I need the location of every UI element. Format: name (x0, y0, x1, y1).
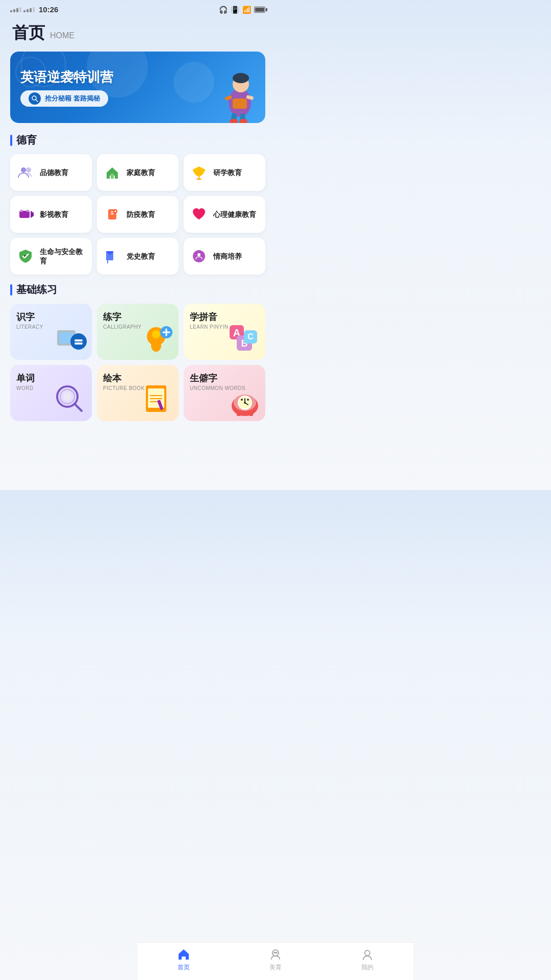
svg-line-1 (36, 100, 38, 102)
svg-point-38 (152, 330, 160, 338)
jichu-section-title: 基础练习 (10, 283, 265, 297)
banner[interactable]: 英语逆袭特训营 抢分秘籍 套路揭秘 (10, 52, 265, 123)
svg-rect-29 (107, 260, 108, 263)
wifi-icon: 📶 (242, 6, 251, 14)
svg-rect-14 (111, 174, 114, 179)
deyu-item-icon (103, 247, 121, 265)
card-img-word (52, 381, 89, 418)
svg-rect-67 (249, 413, 253, 416)
page-header: 首页 HOME (0, 17, 276, 52)
section-bar-2 (10, 284, 12, 296)
svg-point-13 (26, 167, 31, 173)
time-display: 10:26 (39, 5, 58, 14)
card-img-calligraphy (139, 320, 176, 357)
section-bar (10, 135, 12, 146)
practice-card-uncommon[interactable]: 生僻字UNCOMMON WORDS (184, 365, 265, 421)
deyu-item-icon (190, 205, 208, 224)
deyu-item-icon (103, 163, 121, 182)
deyu-item-label: 品德教育 (40, 168, 68, 177)
signal-icon (10, 7, 21, 12)
deyu-item-label: 研学教育 (213, 168, 242, 177)
deyu-section: 德育 品德教育家庭教育研学教育影视教育防疫教育心理健康教育生命与安全教育党史教育… (0, 133, 276, 283)
deyu-item[interactable]: 品德教育 (10, 154, 92, 191)
deyu-item-icon (16, 247, 35, 265)
card-img-literacy (52, 320, 89, 357)
svg-rect-23 (111, 213, 114, 214)
banner-search-icon (29, 92, 41, 105)
svg-rect-35 (74, 339, 83, 341)
card-img-picbook (139, 381, 176, 418)
card-img-pinyin: A B C (226, 320, 262, 357)
vibrate-icon: 📳 (231, 6, 239, 14)
deyu-item[interactable]: 党史教育 (97, 238, 179, 275)
status-bar: 10:26 🎧 📳 📶 (0, 0, 276, 17)
svg-line-51 (74, 404, 82, 411)
banner-title: 英语逆袭特训营 (20, 68, 255, 86)
svg-point-19 (27, 210, 29, 212)
practice-card-literacy[interactable]: 识字LITERACY (10, 304, 92, 360)
deyu-item-label: 党史教育 (127, 252, 155, 261)
svg-point-12 (21, 167, 26, 173)
deyu-item-icon (190, 247, 208, 265)
deyu-item-label: 情商培养 (213, 252, 242, 261)
svg-rect-36 (74, 342, 83, 345)
deyu-item[interactable]: 心理健康教育 (184, 196, 265, 233)
practice-grid-row2: 单词WORD 绘本PICTURE BOOK 生僻字UNCOMMON WORDS (10, 365, 265, 421)
svg-point-39 (151, 339, 161, 352)
header-title: 首页 HOME (12, 22, 263, 44)
deyu-item[interactable]: 情商培养 (184, 238, 265, 275)
practice-card-picbook[interactable]: 绘本PICTURE BOOK (97, 365, 179, 421)
practice-card-word[interactable]: 单词WORD (10, 365, 92, 421)
deyu-item-label: 家庭教育 (127, 168, 155, 177)
deyu-section-title: 德育 (10, 133, 265, 147)
svg-rect-66 (237, 413, 241, 416)
deyu-item-label: 防疫教育 (127, 210, 155, 219)
status-right: 🎧 📳 📶 (219, 6, 265, 14)
deyu-item[interactable]: 研学教育 (184, 154, 265, 191)
deyu-item-label: 心理健康教育 (213, 210, 256, 219)
banner-subtitle: 抢分秘籍 套路揭秘 (20, 90, 108, 107)
practice-card-calligraphy[interactable]: 练字CALLIGRAPHY (97, 304, 179, 360)
svg-rect-11 (233, 99, 247, 109)
svg-point-65 (244, 402, 246, 404)
deyu-item[interactable]: 防疫教育 (97, 196, 179, 233)
svg-point-31 (197, 253, 201, 256)
card-img-uncommon (226, 381, 262, 418)
battery-icon (254, 7, 265, 13)
signal-icon-2 (23, 7, 35, 12)
practice-card-pinyin[interactable]: 学拼音LEARN PINYIN A B C (184, 304, 265, 360)
svg-marker-20 (31, 211, 34, 218)
deyu-item[interactable]: 家庭教育 (97, 154, 179, 191)
svg-point-68 (241, 399, 243, 401)
deyu-item-label: 影视教育 (40, 210, 68, 219)
headphone-icon: 🎧 (219, 6, 228, 14)
deyu-item-icon (16, 205, 35, 224)
svg-point-69 (247, 399, 249, 401)
page-title-en: HOME (50, 31, 74, 40)
page-title-zh: 首页 (12, 22, 45, 44)
deyu-item[interactable]: 生命与安全教育 (10, 238, 92, 275)
svg-point-18 (20, 210, 23, 212)
practice-grid-row1: 识字LITERACY 练字CALLIGRAPHY 学拼音LEARN PINYIN… (10, 304, 265, 360)
svg-text:C: C (247, 332, 254, 341)
deyu-grid: 品德教育家庭教育研学教育影视教育防疫教育心理健康教育生命与安全教育党史教育情商培… (10, 154, 265, 275)
status-left: 10:26 (10, 5, 58, 14)
deyu-item-label: 生命与安全教育 (40, 247, 86, 265)
banner-subtitle-text: 抢分秘籍 套路揭秘 (45, 94, 100, 103)
deyu-item-icon (103, 205, 121, 224)
deyu-item[interactable]: 影视教育 (10, 196, 92, 233)
svg-rect-16 (196, 179, 202, 180)
svg-point-52 (63, 393, 71, 401)
jichu-section: 基础练习 识字LITERACY 练字CALLIGRAPHY 学拼音LEARN P… (0, 283, 276, 434)
deyu-item-icon (16, 163, 35, 182)
deyu-item-icon (190, 163, 208, 182)
svg-point-9 (230, 119, 238, 123)
